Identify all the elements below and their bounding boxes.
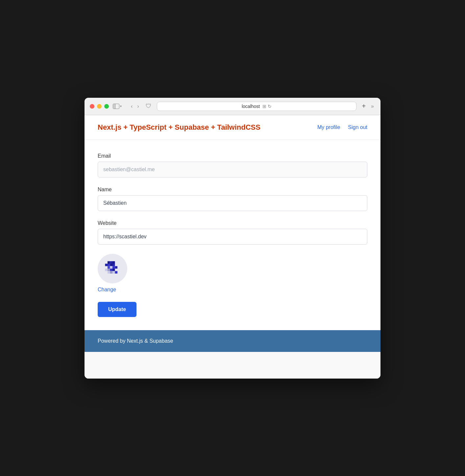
svg-rect-6 bbox=[112, 264, 115, 266]
name-input[interactable] bbox=[98, 195, 367, 211]
maximize-button[interactable] bbox=[104, 104, 109, 109]
shield-icon: 🛡 bbox=[146, 103, 152, 110]
header-nav: My profile Sign out bbox=[317, 124, 367, 130]
svg-rect-12 bbox=[108, 269, 110, 271]
browser-controls: ‹ › bbox=[130, 103, 140, 110]
forward-button[interactable]: › bbox=[136, 103, 140, 110]
svg-rect-7 bbox=[108, 266, 110, 269]
email-input[interactable] bbox=[98, 162, 367, 177]
translate-icon: ⊞ bbox=[262, 104, 266, 109]
svg-rect-8 bbox=[110, 266, 113, 269]
page-content: Next.js + TypeScript + Supabase + Tailwi… bbox=[85, 115, 380, 379]
svg-rect-5 bbox=[110, 264, 113, 266]
website-input[interactable] bbox=[98, 229, 367, 245]
address-actions: ⊞ ↻ bbox=[262, 104, 272, 109]
back-button[interactable]: ‹ bbox=[130, 103, 134, 110]
page-header: Next.js + TypeScript + Supabase + Tailwi… bbox=[85, 115, 380, 140]
svg-rect-0 bbox=[108, 261, 110, 264]
page-footer: Powered by Next.js & Supabase bbox=[85, 330, 380, 352]
my-profile-link[interactable]: My profile bbox=[317, 124, 340, 130]
svg-rect-11 bbox=[105, 269, 108, 271]
avatar-container bbox=[98, 254, 127, 283]
sidebar-icon bbox=[113, 104, 119, 109]
close-button[interactable] bbox=[90, 104, 94, 109]
email-group: Email bbox=[98, 153, 367, 177]
email-label: Email bbox=[98, 153, 367, 159]
change-avatar-link[interactable]: Change bbox=[98, 287, 116, 292]
svg-rect-1 bbox=[110, 261, 113, 264]
svg-rect-18 bbox=[115, 271, 118, 274]
footer-text: Powered by Next.js & Supabase bbox=[98, 338, 173, 344]
address-bar[interactable]: localhost ⊞ ↻ bbox=[157, 102, 357, 111]
svg-rect-4 bbox=[108, 264, 110, 266]
sidebar-toggle[interactable]: ▾ bbox=[113, 104, 122, 109]
svg-rect-3 bbox=[105, 264, 108, 266]
traffic-lights bbox=[90, 104, 109, 109]
app-title: Next.js + TypeScript + Supabase + Tailwi… bbox=[98, 123, 260, 132]
avatar-image bbox=[103, 259, 122, 278]
new-tab-button[interactable]: + bbox=[360, 102, 367, 111]
browser-window: ▾ ‹ › 🛡 localhost ⊞ ↻ + » Next.js + Type… bbox=[85, 98, 380, 379]
url-text: localhost bbox=[242, 104, 260, 109]
svg-rect-9 bbox=[112, 266, 115, 269]
svg-rect-10 bbox=[115, 266, 118, 269]
svg-rect-14 bbox=[112, 269, 115, 271]
page-main: Email Name Website bbox=[85, 140, 380, 330]
svg-rect-16 bbox=[110, 271, 113, 274]
update-button[interactable]: Update bbox=[98, 302, 136, 317]
svg-rect-13 bbox=[110, 269, 113, 271]
chevron-down-icon: ▾ bbox=[120, 104, 122, 108]
name-group: Name bbox=[98, 187, 367, 211]
website-group: Website bbox=[98, 220, 367, 245]
svg-rect-15 bbox=[108, 271, 110, 274]
extensions-button[interactable]: » bbox=[370, 103, 375, 110]
sign-out-link[interactable]: Sign out bbox=[348, 124, 367, 130]
name-label: Name bbox=[98, 187, 367, 193]
svg-rect-17 bbox=[112, 271, 115, 274]
minimize-button[interactable] bbox=[97, 104, 102, 109]
svg-rect-2 bbox=[112, 261, 115, 264]
browser-chrome: ▾ ‹ › 🛡 localhost ⊞ ↻ + » bbox=[85, 98, 380, 115]
website-label: Website bbox=[98, 220, 367, 226]
avatar-section: Change bbox=[98, 254, 367, 293]
browser-actions: + » bbox=[360, 102, 375, 111]
refresh-icon[interactable]: ↻ bbox=[268, 104, 272, 109]
